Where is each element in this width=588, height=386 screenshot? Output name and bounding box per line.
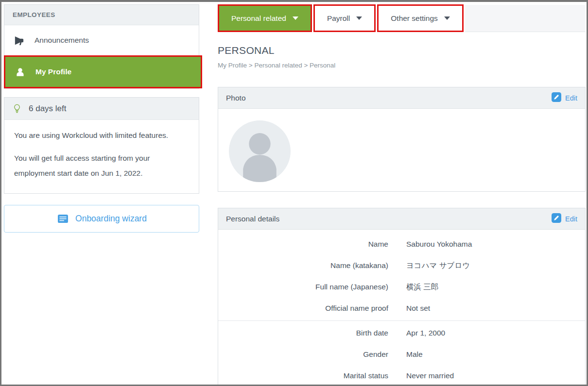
detail-row-official-name-proof: Official name proof Not set xyxy=(218,298,585,319)
breadcrumb: My Profile > Personal related > Personal xyxy=(218,62,586,69)
detail-value: ヨコハマ サブロウ xyxy=(406,261,470,271)
pencil-icon xyxy=(552,213,561,224)
detail-row-full-name-japanese: Full name (Japanese) 横浜 三郎 xyxy=(218,276,585,298)
photo-card: Photo Edit xyxy=(218,87,586,192)
avatar-placeholder xyxy=(229,120,291,182)
edit-label: Edit xyxy=(565,215,577,223)
app-window: EMPLOYEES Announcements My Profile xyxy=(0,0,588,386)
chevron-down-icon xyxy=(356,17,362,20)
edit-label: Edit xyxy=(565,94,577,102)
photo-card-body xyxy=(218,109,585,191)
edit-photo-button[interactable]: Edit xyxy=(552,92,577,103)
lightbulb-icon xyxy=(11,103,23,115)
wizard-form-icon xyxy=(56,213,69,225)
detail-label: Marital status xyxy=(218,371,388,380)
personal-details-rows: Name Saburou Yokohama Name (katakana) ヨコ… xyxy=(218,230,585,386)
detail-value: Apr 1, 2000 xyxy=(406,329,445,337)
sidebar-item-label: Announcements xyxy=(35,36,89,45)
detail-value: 横浜 三郎 xyxy=(406,282,438,292)
tab-other-settings[interactable]: Other settings xyxy=(379,6,462,31)
onboarding-wizard-button[interactable]: Onboarding wizard xyxy=(4,205,199,233)
annotation-box-other-settings: Other settings xyxy=(377,4,464,32)
detail-label: Birth date xyxy=(218,329,388,337)
trial-notice-card: 6 days left You are using Workcloud with… xyxy=(4,97,199,194)
detail-label: Name (katakana) xyxy=(218,261,388,270)
trial-header: 6 days left xyxy=(4,98,199,120)
detail-value: Never married xyxy=(406,371,454,380)
trial-paragraph: You will get full access starting from y… xyxy=(14,151,189,181)
tab-personal-related[interactable]: Personal related xyxy=(219,6,311,31)
detail-label: Name xyxy=(218,240,388,249)
detail-row-gender: Gender Male xyxy=(218,344,585,365)
trial-body: You are using Workcloud with limited fea… xyxy=(4,120,199,193)
trial-title: 6 days left xyxy=(29,104,67,114)
detail-row-name-katakana: Name (katakana) ヨコハマ サブロウ xyxy=(218,255,585,276)
chevron-down-icon xyxy=(293,17,298,20)
chevron-down-icon xyxy=(444,17,450,20)
annotation-box-payroll: Payroll xyxy=(313,4,376,32)
detail-row-name: Name Saburou Yokohama xyxy=(218,234,585,255)
main-content: Personal related Payroll Other settings … xyxy=(218,4,586,386)
megaphone-icon xyxy=(13,34,25,46)
trial-paragraph: You are using Workcloud with limited fea… xyxy=(14,128,189,143)
sidebar-item-announcements[interactable]: Announcements xyxy=(4,25,199,55)
personal-details-title: Personal details xyxy=(226,215,279,223)
detail-value: Saburou Yokohama xyxy=(406,240,472,249)
sidebar-section-label: EMPLOYEES xyxy=(13,11,55,18)
detail-value: Male xyxy=(406,350,423,359)
tab-label: Other settings xyxy=(391,14,438,23)
annotation-box-my-profile: My Profile xyxy=(4,55,202,88)
detail-value: Not set xyxy=(406,304,430,313)
tab-label: Personal related xyxy=(231,14,286,23)
detail-label: Official name proof xyxy=(218,304,388,313)
edit-personal-details-button[interactable]: Edit xyxy=(552,213,577,224)
personal-details-card: Personal details Edit Name Saburou Yokoh… xyxy=(218,208,586,386)
section-divider xyxy=(218,320,585,321)
detail-row-birth-date: Birth date Apr 1, 2000 xyxy=(218,322,585,344)
detail-label: Gender xyxy=(218,350,388,359)
tab-label: Payroll xyxy=(327,14,350,23)
detail-row-marital-status: Marital status Never married xyxy=(218,365,585,386)
tab-bar: Personal related Payroll Other settings xyxy=(218,4,586,32)
photo-card-title: Photo xyxy=(226,94,246,102)
tab-payroll[interactable]: Payroll xyxy=(315,6,374,31)
personal-details-header: Personal details Edit xyxy=(218,208,585,230)
sidebar-section-title: EMPLOYEES xyxy=(4,5,199,25)
pencil-icon xyxy=(552,92,561,103)
onboarding-wizard-label: Onboarding wizard xyxy=(75,214,147,224)
user-icon xyxy=(14,66,26,78)
employees-menu-card: EMPLOYEES Announcements My Profile xyxy=(4,4,199,89)
tab-bar-filler xyxy=(465,5,586,32)
annotation-box-personal-related: Personal related xyxy=(218,4,312,32)
sidebar-item-my-profile[interactable]: My Profile xyxy=(5,57,201,87)
detail-label: Full name (Japanese) xyxy=(218,283,388,291)
page-title: PERSONAL xyxy=(218,45,586,56)
sidebar: EMPLOYEES Announcements My Profile xyxy=(4,4,199,233)
sidebar-item-label: My Profile xyxy=(35,67,71,76)
photo-card-header: Photo Edit xyxy=(218,87,585,109)
